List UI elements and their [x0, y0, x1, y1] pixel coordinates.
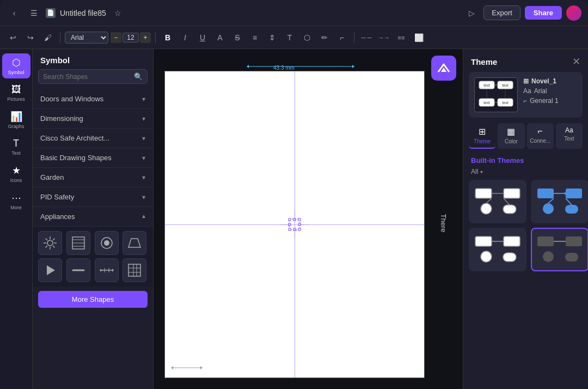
graphs-icon: 📊 — [10, 111, 22, 123]
symbols-icon: ⬡ — [12, 57, 21, 69]
category-cisco-safe[interactable]: Cisco Safe Architect... ▾ — [33, 129, 153, 148]
appliance-item-5[interactable] — [38, 258, 62, 282]
svg-rect-75 — [504, 236, 520, 246]
theme-card-4-preview — [535, 232, 584, 268]
paint-button[interactable]: 🖌 — [40, 30, 56, 45]
appliance-item-6[interactable] — [66, 258, 90, 282]
theme-card-2[interactable] — [531, 180, 588, 223]
menu-button[interactable]: ☰ — [26, 5, 41, 21]
appliance-item-1[interactable] — [38, 231, 62, 255]
category-garden-label: Garden — [40, 173, 64, 181]
line-tool-button[interactable]: ⌐ — [334, 30, 350, 45]
svg-point-62 — [481, 203, 492, 214]
star-button[interactable]: ☆ — [111, 5, 126, 21]
svg-rect-67 — [566, 189, 582, 198]
category-pid-safety[interactable]: PID Safety ▾ — [33, 187, 153, 207]
italic-button[interactable]: I — [177, 30, 193, 45]
theme-font: Arial — [534, 87, 547, 95]
built-in-title: Built-in Themes — [471, 156, 524, 165]
text-color-button[interactable]: A — [212, 30, 228, 45]
search-input[interactable] — [43, 73, 131, 81]
theme-card-1[interactable] — [469, 180, 526, 223]
svg-line-7 — [53, 239, 55, 241]
appliance-starburst-icon — [42, 235, 58, 251]
strikethrough-button[interactable]: S — [230, 30, 245, 45]
pictures-label: Pictures — [7, 96, 25, 102]
filter-all-label[interactable]: All — [471, 168, 478, 175]
share-button[interactable]: Share — [525, 6, 562, 20]
svg-rect-59 — [475, 189, 492, 198]
tab-color[interactable]: ▦ Color — [498, 123, 524, 149]
sidebar-item-pictures[interactable]: 🖼 Pictures — [2, 81, 30, 105]
theme-connector-row: ⌐ General 1 — [523, 97, 577, 105]
toolbar: ↩ ↪ 🖌 Arial − 12 + B I U A S ≡ ⇕ T ⬡ ✏ ⌐… — [0, 26, 588, 49]
sidebar-item-graphs[interactable]: 📊 Graphs — [2, 107, 30, 132]
canvas-paper[interactable] — [164, 71, 425, 378]
chevron-doors-windows: ▾ — [142, 95, 145, 103]
theme-panel-title: Theme — [471, 57, 497, 66]
line-end-button[interactable]: →→ — [376, 30, 391, 45]
svg-marker-19 — [100, 269, 101, 272]
appliance-item-2[interactable] — [66, 231, 90, 255]
logo-icon — [436, 60, 452, 76]
svg-marker-45 — [171, 366, 173, 369]
appliance-item-3[interactable] — [95, 231, 119, 255]
file-title: Untitled file85 — [60, 9, 106, 17]
play-button[interactable]: ▷ — [464, 5, 479, 21]
pen-button[interactable]: ✏ — [317, 30, 332, 45]
font-size-minus[interactable]: − — [111, 32, 121, 43]
scale-marks — [170, 362, 203, 373]
fill-button[interactable]: ⬡ — [299, 30, 315, 45]
svg-text:text: text — [502, 83, 508, 87]
tab-theme[interactable]: ⊞ Theme — [469, 123, 495, 149]
tab-connector[interactable]: ⌐ Conne... — [527, 123, 554, 149]
undo-button[interactable]: ↩ — [5, 30, 21, 45]
svg-rect-39 — [298, 223, 301, 226]
underline-button[interactable]: U — [195, 30, 210, 45]
tab-text[interactable]: Aa Text — [556, 123, 583, 149]
canvas-area[interactable]: 43.3 mm 5.6 mm — [154, 49, 463, 389]
category-garden[interactable]: Garden ▾ — [33, 168, 153, 187]
theme-panel-header: Theme ✕ — [463, 49, 588, 72]
sidebar-item-text[interactable]: T Text — [2, 135, 30, 159]
category-basic-drawing[interactable]: Basic Drawing Shapes ▾ — [33, 148, 153, 168]
avatar — [566, 5, 581, 21]
line-weight-button[interactable]: ≡≡ — [394, 30, 409, 45]
svg-rect-71 — [565, 205, 578, 214]
appliance-item-8[interactable] — [122, 258, 146, 282]
theme-card-1-preview — [473, 184, 522, 220]
file-icon: 📄 — [46, 8, 56, 18]
category-dimensioning[interactable]: Dimensioning ▾ — [33, 109, 153, 129]
export-button[interactable]: Export — [483, 5, 520, 20]
appliance-item-7[interactable] — [95, 258, 119, 282]
theme-card-4[interactable] — [531, 228, 588, 271]
svg-line-72 — [548, 198, 554, 203]
text-tool-button[interactable]: T — [282, 30, 297, 45]
category-appliances[interactable]: Appliances ▾ — [33, 207, 153, 227]
frame-button[interactable]: ⬜ — [411, 30, 426, 45]
sidebar-item-more[interactable]: ⋯ More — [2, 189, 30, 214]
redo-button[interactable]: ↪ — [23, 30, 38, 45]
category-doors-windows[interactable]: Doors and Windows ▾ — [33, 89, 153, 109]
appliance-item-4[interactable] — [122, 231, 146, 255]
sidebar-item-icons[interactable]: ★ Icons — [2, 161, 30, 186]
theme-close-button[interactable]: ✕ — [572, 56, 580, 68]
line-height-button[interactable]: ⇕ — [265, 30, 280, 45]
back-button[interactable]: ‹ — [7, 5, 22, 21]
more-shapes-button[interactable]: More Shapes — [38, 291, 148, 308]
text-tab-icon: Aa — [565, 126, 573, 134]
font-size-control: − 12 + — [111, 32, 151, 43]
font-select[interactable]: Arial — [65, 32, 108, 44]
svg-marker-15 — [128, 239, 140, 247]
theme-tab-label: Theme — [474, 138, 491, 144]
separator-3 — [354, 32, 354, 43]
separator-1 — [60, 32, 60, 43]
stroke-style-button[interactable]: ─ ─ — [359, 30, 374, 45]
align-button[interactable]: ≡ — [247, 30, 262, 45]
theme-preview-image: text text text text — [474, 77, 518, 112]
sidebar-item-symbols[interactable]: ⬡ Symbol — [2, 53, 30, 78]
theme-card-3[interactable] — [469, 228, 526, 271]
bold-button[interactable]: B — [160, 30, 175, 45]
appliance-hatch-icon — [71, 235, 86, 251]
font-size-plus[interactable]: + — [140, 32, 151, 43]
